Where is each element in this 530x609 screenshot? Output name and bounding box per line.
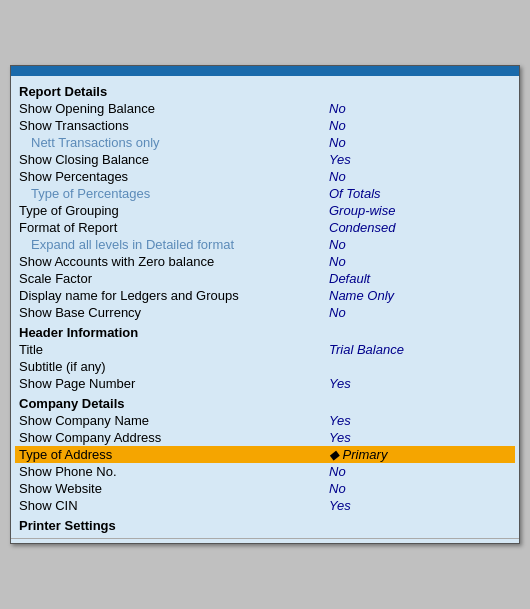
config-value: No <box>325 463 515 480</box>
config-label: Show Base Currency <box>15 304 325 321</box>
config-label: Subtitle (if any) <box>15 358 325 375</box>
table-row: Show Opening BalanceNo <box>15 100 515 117</box>
config-table: Report DetailsShow Opening BalanceNoShow… <box>15 80 515 534</box>
config-value: Yes <box>325 497 515 514</box>
config-label: Title <box>15 341 325 358</box>
table-row: TitleTrial Balance <box>15 341 515 358</box>
table-row: Show WebsiteNo <box>15 480 515 497</box>
config-value: No <box>325 117 515 134</box>
table-row: Show Page NumberYes <box>15 375 515 392</box>
table-row: Show Company NameYes <box>15 412 515 429</box>
config-label: Show Transactions <box>15 117 325 134</box>
config-value: Condensed <box>325 219 515 236</box>
config-label: Format of Report <box>15 219 325 236</box>
table-row: Expand all levels in Detailed formatNo <box>15 236 515 253</box>
table-row: Show Base CurrencyNo <box>15 304 515 321</box>
section-header: Header Information <box>15 321 515 341</box>
config-label: Show Closing Balance <box>15 151 325 168</box>
config-label: Show Website <box>15 480 325 497</box>
config-label: Show Page Number <box>15 375 325 392</box>
config-label: Expand all levels in Detailed format <box>15 236 325 253</box>
config-label: Show Company Address <box>15 429 325 446</box>
config-value: Yes <box>325 375 515 392</box>
config-label: Nett Transactions only <box>15 134 325 151</box>
config-value: Group-wise <box>325 202 515 219</box>
config-label: Show Percentages <box>15 168 325 185</box>
config-label: Show Company Name <box>15 412 325 429</box>
config-label: Show Phone No. <box>15 463 325 480</box>
config-value[interactable]: ◆ Primary <box>325 446 515 463</box>
config-value: No <box>325 253 515 270</box>
config-label: Show Opening Balance <box>15 100 325 117</box>
table-row: Display name for Ledgers and GroupsName … <box>15 287 515 304</box>
config-value: Yes <box>325 429 515 446</box>
section-header: Printer Settings <box>15 514 515 534</box>
footer <box>11 538 519 543</box>
config-value: Yes <box>325 151 515 168</box>
table-row: Show PercentagesNo <box>15 168 515 185</box>
config-value: No <box>325 304 515 321</box>
table-row: Type of GroupingGroup-wise <box>15 202 515 219</box>
config-value: No <box>325 134 515 151</box>
table-row: Format of ReportCondensed <box>15 219 515 236</box>
config-label: Type of Address <box>15 446 325 463</box>
config-value: No <box>325 236 515 253</box>
config-value: No <box>325 168 515 185</box>
table-row: Type of Address◆ Primary <box>15 446 515 463</box>
configurations-window: Report DetailsShow Opening BalanceNoShow… <box>10 65 520 544</box>
table-row: Show Company AddressYes <box>15 429 515 446</box>
table-row: Scale FactorDefault <box>15 270 515 287</box>
table-row: Show Closing BalanceYes <box>15 151 515 168</box>
config-value <box>325 358 515 375</box>
table-row: Show CINYes <box>15 497 515 514</box>
content-area: Report DetailsShow Opening BalanceNoShow… <box>11 80 519 538</box>
config-value: No <box>325 480 515 497</box>
config-label: Show Accounts with Zero balance <box>15 253 325 270</box>
table-row: Show Accounts with Zero balanceNo <box>15 253 515 270</box>
title-bar <box>11 66 519 76</box>
config-label: Type of Grouping <box>15 202 325 219</box>
table-row: Nett Transactions onlyNo <box>15 134 515 151</box>
config-label: Display name for Ledgers and Groups <box>15 287 325 304</box>
table-row: Type of PercentagesOf Totals <box>15 185 515 202</box>
config-label: Show CIN <box>15 497 325 514</box>
config-value: Default <box>325 270 515 287</box>
config-value: No <box>325 100 515 117</box>
config-label: Type of Percentages <box>15 185 325 202</box>
table-row: Show TransactionsNo <box>15 117 515 134</box>
config-value: Of Totals <box>325 185 515 202</box>
config-value: Name Only <box>325 287 515 304</box>
section-header: Company Details <box>15 392 515 412</box>
config-value: Trial Balance <box>325 341 515 358</box>
table-row: Subtitle (if any) <box>15 358 515 375</box>
table-row: Show Phone No.No <box>15 463 515 480</box>
config-label: Scale Factor <box>15 270 325 287</box>
config-value: Yes <box>325 412 515 429</box>
section-header: Report Details <box>15 80 515 100</box>
